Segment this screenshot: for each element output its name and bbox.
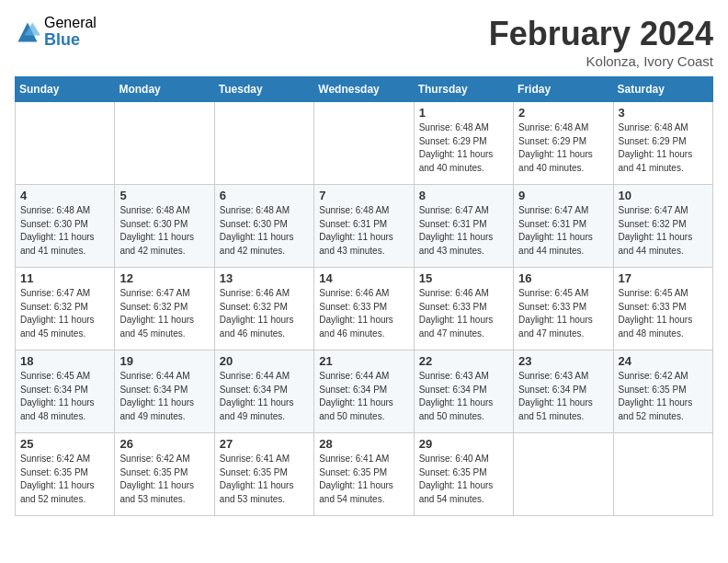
calendar-table: SundayMondayTuesdayWednesdayThursdayFrid… — [15, 76, 713, 516]
week-row-2: 11Sunrise: 6:47 AMSunset: 6:32 PMDayligh… — [16, 268, 713, 350]
calendar-cell: 23Sunrise: 6:43 AMSunset: 6:34 PMDayligh… — [514, 350, 613, 433]
day-info: Sunrise: 6:48 AMSunset: 6:30 PMDaylight:… — [20, 204, 109, 258]
header-day-wednesday: Wednesday — [314, 77, 414, 102]
day-info: Sunrise: 6:48 AMSunset: 6:31 PMDaylight:… — [319, 204, 408, 258]
week-row-1: 4Sunrise: 6:48 AMSunset: 6:30 PMDaylight… — [16, 185, 713, 268]
day-info: Sunrise: 6:42 AMSunset: 6:35 PMDaylight:… — [619, 370, 708, 423]
day-number: 12 — [119, 271, 209, 285]
day-number: 1 — [419, 106, 508, 120]
header-row: SundayMondayTuesdayWednesdayThursdayFrid… — [16, 77, 713, 102]
day-number: 20 — [220, 354, 309, 368]
day-info: Sunrise: 6:48 AMSunset: 6:29 PMDaylight:… — [419, 121, 508, 175]
day-info: Sunrise: 6:43 AMSunset: 6:34 PMDaylight:… — [419, 370, 508, 423]
day-info: Sunrise: 6:44 AMSunset: 6:34 PMDaylight:… — [319, 370, 408, 423]
day-number: 3 — [619, 106, 708, 120]
day-info: Sunrise: 6:48 AMSunset: 6:30 PMDaylight:… — [119, 204, 209, 258]
day-number: 19 — [119, 354, 209, 368]
calendar-cell: 19Sunrise: 6:44 AMSunset: 6:34 PMDayligh… — [115, 350, 214, 433]
day-number: 17 — [619, 271, 708, 285]
day-number: 24 — [619, 354, 708, 368]
day-info: Sunrise: 6:45 AMSunset: 6:33 PMDaylight:… — [518, 287, 608, 340]
subtitle: Kolonza, Ivory Coast — [489, 53, 713, 69]
day-number: 18 — [20, 354, 109, 368]
day-info: Sunrise: 6:47 AMSunset: 6:32 PMDaylight:… — [119, 287, 209, 340]
calendar-cell: 8Sunrise: 6:47 AMSunset: 6:31 PMDaylight… — [414, 185, 513, 268]
calendar-cell: 16Sunrise: 6:45 AMSunset: 6:33 PMDayligh… — [514, 268, 613, 350]
calendar-cell: 13Sunrise: 6:46 AMSunset: 6:32 PMDayligh… — [214, 268, 313, 350]
day-number: 2 — [518, 106, 608, 120]
header-day-thursday: Thursday — [414, 77, 513, 102]
calendar-cell: 5Sunrise: 6:48 AMSunset: 6:30 PMDaylight… — [115, 185, 214, 268]
day-number: 7 — [319, 189, 408, 202]
day-info: Sunrise: 6:45 AMSunset: 6:33 PMDaylight:… — [619, 287, 708, 340]
calendar-cell: 6Sunrise: 6:48 AMSunset: 6:30 PMDaylight… — [214, 185, 313, 268]
header-day-sunday: Sunday — [16, 77, 115, 102]
week-row-0: 1Sunrise: 6:48 AMSunset: 6:29 PMDaylight… — [16, 102, 713, 185]
day-info: Sunrise: 6:44 AMSunset: 6:34 PMDaylight:… — [220, 370, 309, 423]
day-number: 9 — [518, 189, 608, 202]
calendar-cell: 17Sunrise: 6:45 AMSunset: 6:33 PMDayligh… — [613, 268, 712, 350]
calendar-cell: 12Sunrise: 6:47 AMSunset: 6:32 PMDayligh… — [115, 268, 214, 350]
calendar-cell: 10Sunrise: 6:47 AMSunset: 6:32 PMDayligh… — [613, 185, 712, 268]
calendar-cell: 22Sunrise: 6:43 AMSunset: 6:34 PMDayligh… — [414, 350, 513, 433]
calendar-cell: 18Sunrise: 6:45 AMSunset: 6:34 PMDayligh… — [16, 350, 115, 433]
header: General Blue February 2024 Kolonza, Ivor… — [15, 15, 713, 69]
day-number: 21 — [319, 354, 408, 368]
day-number: 13 — [220, 271, 309, 285]
calendar-cell: 2Sunrise: 6:48 AMSunset: 6:29 PMDaylight… — [514, 102, 613, 185]
day-number: 25 — [20, 437, 109, 451]
day-info: Sunrise: 6:48 AMSunset: 6:29 PMDaylight:… — [518, 121, 608, 175]
logo: General Blue — [15, 15, 97, 49]
day-info: Sunrise: 6:48 AMSunset: 6:30 PMDaylight:… — [220, 204, 309, 258]
day-info: Sunrise: 6:44 AMSunset: 6:34 PMDaylight:… — [119, 370, 209, 423]
logo-icon — [15, 19, 40, 45]
day-info: Sunrise: 6:47 AMSunset: 6:31 PMDaylight:… — [419, 204, 508, 258]
calendar-cell: 7Sunrise: 6:48 AMSunset: 6:31 PMDaylight… — [314, 185, 414, 268]
day-info: Sunrise: 6:42 AMSunset: 6:35 PMDaylight:… — [119, 453, 209, 506]
calendar-cell: 24Sunrise: 6:42 AMSunset: 6:35 PMDayligh… — [613, 350, 712, 433]
logo-text: General Blue — [44, 15, 97, 49]
calendar-cell: 28Sunrise: 6:41 AMSunset: 6:35 PMDayligh… — [314, 433, 414, 516]
day-number: 29 — [419, 437, 508, 451]
day-info: Sunrise: 6:46 AMSunset: 6:32 PMDaylight:… — [220, 287, 309, 340]
logo-general: General — [44, 15, 97, 31]
day-number: 23 — [518, 354, 608, 368]
day-number: 4 — [20, 189, 109, 202]
calendar-cell: 14Sunrise: 6:46 AMSunset: 6:33 PMDayligh… — [314, 268, 414, 350]
calendar-cell: 9Sunrise: 6:47 AMSunset: 6:31 PMDaylight… — [514, 185, 613, 268]
calendar-header: SundayMondayTuesdayWednesdayThursdayFrid… — [16, 77, 713, 102]
day-info: Sunrise: 6:41 AMSunset: 6:35 PMDaylight:… — [319, 453, 408, 506]
day-number: 11 — [20, 271, 109, 285]
calendar-cell: 1Sunrise: 6:48 AMSunset: 6:29 PMDaylight… — [414, 102, 513, 185]
day-info: Sunrise: 6:41 AMSunset: 6:35 PMDaylight:… — [220, 453, 309, 506]
calendar-cell: 21Sunrise: 6:44 AMSunset: 6:34 PMDayligh… — [314, 350, 414, 433]
header-day-tuesday: Tuesday — [214, 77, 313, 102]
day-info: Sunrise: 6:45 AMSunset: 6:34 PMDaylight:… — [20, 370, 109, 423]
day-info: Sunrise: 6:40 AMSunset: 6:35 PMDaylight:… — [419, 453, 508, 506]
header-day-monday: Monday — [115, 77, 214, 102]
calendar-cell: 3Sunrise: 6:48 AMSunset: 6:29 PMDaylight… — [613, 102, 712, 185]
day-number: 14 — [319, 271, 408, 285]
day-number: 16 — [518, 271, 608, 285]
day-number: 6 — [220, 189, 309, 202]
calendar-cell: 15Sunrise: 6:46 AMSunset: 6:33 PMDayligh… — [414, 268, 513, 350]
day-info: Sunrise: 6:42 AMSunset: 6:35 PMDaylight:… — [20, 453, 109, 506]
day-number: 22 — [419, 354, 508, 368]
day-info: Sunrise: 6:47 AMSunset: 6:32 PMDaylight:… — [619, 204, 708, 258]
calendar-cell: 26Sunrise: 6:42 AMSunset: 6:35 PMDayligh… — [115, 433, 214, 516]
day-info: Sunrise: 6:46 AMSunset: 6:33 PMDaylight:… — [419, 287, 508, 340]
title-area: February 2024 Kolonza, Ivory Coast — [489, 15, 713, 69]
day-number: 28 — [319, 437, 408, 451]
day-info: Sunrise: 6:43 AMSunset: 6:34 PMDaylight:… — [518, 370, 608, 423]
header-day-saturday: Saturday — [613, 77, 712, 102]
day-number: 15 — [419, 271, 508, 285]
week-row-3: 18Sunrise: 6:45 AMSunset: 6:34 PMDayligh… — [16, 350, 713, 433]
week-row-4: 25Sunrise: 6:42 AMSunset: 6:35 PMDayligh… — [16, 433, 713, 516]
calendar-cell: 25Sunrise: 6:42 AMSunset: 6:35 PMDayligh… — [16, 433, 115, 516]
header-day-friday: Friday — [514, 77, 613, 102]
day-number: 27 — [220, 437, 309, 451]
day-info: Sunrise: 6:46 AMSunset: 6:33 PMDaylight:… — [319, 287, 408, 340]
calendar-cell — [613, 433, 712, 516]
calendar-cell — [214, 102, 313, 185]
month-title: February 2024 — [489, 15, 713, 53]
